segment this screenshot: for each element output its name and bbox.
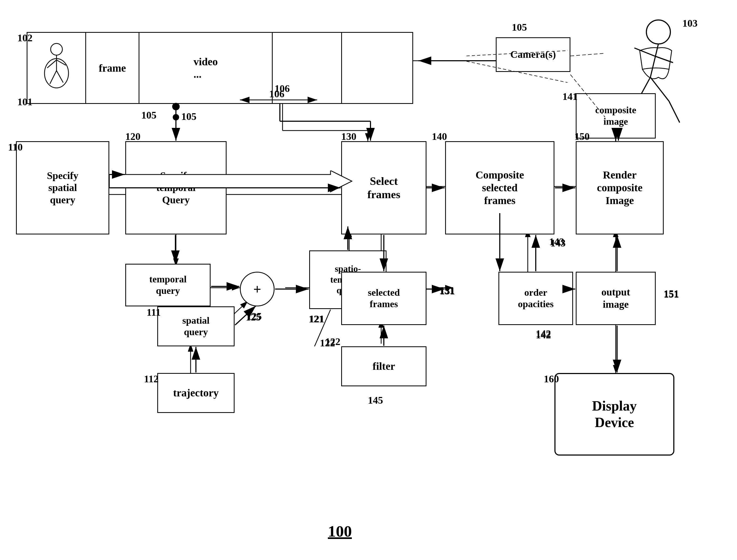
svg-line-48 (570, 53, 605, 56)
arrows-detail-svg (0, 0, 737, 560)
ref-122: 122 (320, 337, 335, 349)
ref-125: 125 (246, 311, 261, 323)
ref-143: 143 (549, 236, 564, 247)
ref-121: 121 (309, 313, 324, 325)
patent-diagram: frame video ... 101 102 Camera(s) 105 (0, 0, 737, 560)
svg-line-49 (570, 75, 605, 117)
ref-106: 106 (269, 88, 284, 100)
ref-131: 131 (439, 285, 455, 296)
ref-105: 105 (181, 111, 196, 122)
ref-142: 142 (536, 329, 551, 341)
ref-151: 151 (664, 288, 679, 300)
